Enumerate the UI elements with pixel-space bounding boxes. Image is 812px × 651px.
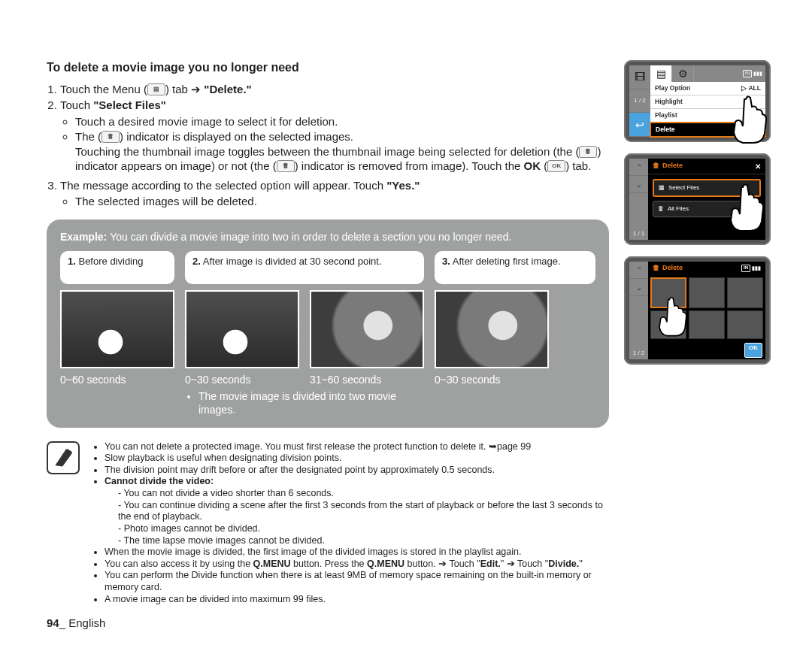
example-time2b: 31~60 seconds [310,373,424,386]
page-number: 94 [47,616,59,629]
menu-play-option-label: Play Option [655,84,690,92]
cap1-text: Before dividing [78,256,143,267]
example-time3: 0~30 seconds [435,373,595,386]
menu-highlight-label: Highlight [655,98,683,106]
menu-playlist-label: Playlist [655,111,677,120]
b2a: The ( [75,130,102,143]
scroll-up-icon[interactable]: ⌃ [629,159,648,176]
note-4c: Photo images cannot be divided. [118,523,609,535]
option-all-files-label: All Files [668,205,689,213]
note-1: You can not delete a protected image. Yo… [105,441,609,453]
step2-selectfiles: "Select Files" [93,98,166,111]
example-thumb-2b [310,290,424,368]
thumbnail-6[interactable] [727,310,763,340]
note-3: The division point may drift before or a… [105,465,609,477]
b2h: ) tab. [565,159,591,172]
device-screenshot-menu: 🎞 1 / 2 ↩ ▤ ⚙ IN▮▮▮ Play Option▷ ALL [624,60,771,142]
back-icon[interactable]: ↩ [629,113,650,137]
cap3-num: 3. [442,256,450,267]
footer-lang: English [68,616,105,629]
step2-bullet2: The (🗑) indicator is displayed on the se… [75,129,609,174]
select-files-icon: ▦ [659,184,665,192]
delete-title: Delete [662,264,683,273]
scroll-up-icon[interactable]: ⌃ [629,262,648,279]
note-4a: You can not divide a video shorter than … [118,488,609,500]
step2-bullet1: Touch a desired movie image to select it… [75,114,609,129]
scroll-down-icon[interactable]: ⌄ [629,176,648,193]
all-files-icon: 🗑 [658,205,664,213]
note-icon [47,441,80,474]
trash-icon: 🗑 [277,160,295,172]
step3-bullet1: The selected images will be deleted. [75,194,609,209]
movie-mode-icon[interactable]: 🎞 [629,65,650,89]
ok-label: OK [524,159,541,172]
n6i: " [579,559,582,569]
thumbnail-2[interactable] [689,277,725,308]
example-cap3: 3. After deleting first image. [435,251,595,284]
note-4d: The time lapse movie images cannot be di… [118,535,609,547]
device-screenshot-thumbnail-select: ⌃ ⌄ 1 / 2 🗑DeleteIN▮▮▮ [624,256,771,365]
trash-icon: 🗑 [653,264,659,273]
menu-playlist[interactable]: Playlist [650,109,765,123]
example-panel: Example: You can divide a movie image in… [47,220,609,428]
tab-list-icon[interactable]: ▤ [650,65,672,82]
menu-highlight[interactable]: Highlight [650,95,765,109]
step1-textB: ) tab ➔ [165,83,204,95]
footer-sep: _ [59,616,69,629]
menu-play-option[interactable]: Play Option▷ ALL [650,82,765,95]
close-icon[interactable]: ✕ [755,162,761,171]
example-lead-text: You can divide a movie image into two in… [110,231,511,243]
trash-icon: 🗑 [102,131,120,143]
n6a: You can also access it by using the [105,559,253,569]
example-label: Example: [60,231,110,243]
n6f: Edit. [480,559,501,569]
step1-textA: Touch the Menu ( [60,83,147,95]
battery-icon: ▮▮▮ [753,70,762,77]
cap3-text: After deleting first image. [453,256,561,267]
n6g: " ➔ Touch " [501,559,548,569]
page-counter: 1 / 2 [629,347,648,359]
n6e: button. ➔ Touch " [404,559,480,569]
note-5: When the movie image is divided, the fir… [105,547,609,559]
example-thumb-3 [435,290,549,368]
step3-yes: "Yes." [386,179,420,192]
play-badge: ▷ ALL [741,84,761,92]
b2g: ( [541,159,547,172]
thumbnail-1[interactable] [650,277,686,308]
ok-button[interactable]: OK [744,343,762,358]
note4-head: Cannot divide the video: [105,476,214,486]
option-all-files[interactable]: 🗑All Files [653,201,761,217]
cap2-num: 2. [192,256,201,267]
n6c: button. Press the [291,559,367,569]
option-select-files[interactable]: ▦Select Files [653,179,761,197]
n6b: Q.MENU [253,559,291,569]
thumbnail-5[interactable] [689,310,725,340]
menu-delete[interactable]: Delete [650,122,766,138]
example-divnote: The movie image is divided into two movi… [198,389,424,416]
b2c: Touching the thumbnail image toggles bet… [75,145,579,158]
page-footer: 94_ English [47,616,105,631]
notes-panel: You can not delete a protected image. Yo… [47,441,609,606]
page-counter: 1 / 2 [629,89,650,114]
note-8: A movie image can be divided into maximu… [105,594,609,606]
note-6: You can also access it by using the Q.ME… [105,559,609,571]
example-time1: 0~60 seconds [60,373,174,386]
delete-title: Delete [662,162,683,171]
note-2: Slow playback is useful when designating… [105,453,609,465]
step1-delete-label: "Delete." [204,83,251,95]
thumbnail-3[interactable] [727,277,763,308]
note-4: Cannot divide the video: You can not div… [105,476,609,547]
ok-icon: OK [547,160,565,172]
thumbnail-4[interactable] [650,310,686,340]
menu-delete-label: Delete [656,126,675,134]
note-4b: You can continue dividing a scene after … [118,500,609,523]
note-7: You can perform the Divide function when… [105,570,609,593]
tab-settings-icon[interactable]: ⚙ [672,65,694,82]
battery-icon: ▮▮▮ [752,265,761,271]
step-3: The message according to the selected op… [60,178,609,209]
scroll-down-icon[interactable]: ⌄ [629,279,648,296]
n6h: Divide. [548,559,579,569]
memory-in-badge: IN [741,265,750,272]
example-thumb-1 [60,290,174,368]
step-1: Touch the Menu (▤) tab ➔ "Delete." [60,82,609,97]
